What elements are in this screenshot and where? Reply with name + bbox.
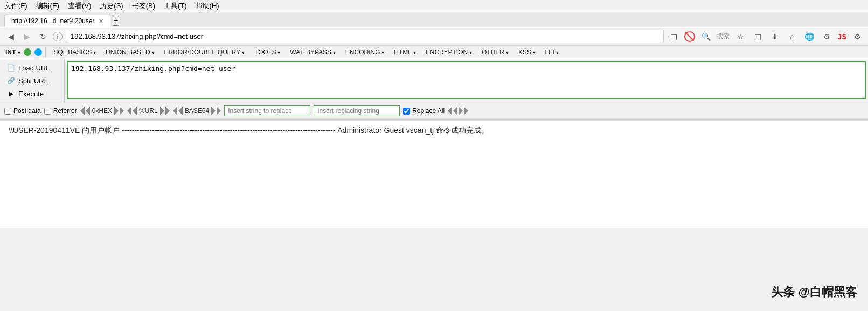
split-url-icon: 🔗: [6, 76, 15, 85]
url-arrow-right-icon: [160, 107, 164, 115]
referrer-checkbox-label[interactable]: Referrer: [44, 107, 77, 115]
url-area: 192.168.93.137/zhixing.php?cmd=net user: [65, 59, 868, 103]
nav-other[interactable]: OTHER: [477, 47, 513, 58]
tab-label: http://192.16...d=net%20user: [11, 17, 94, 25]
hackbar-sidebar: 📄 Load URL 🔗 Split URL ▶ Execute: [0, 59, 65, 103]
int-section: INT ▾: [2, 47, 46, 57]
menu-file[interactable]: 文件(F): [4, 1, 27, 11]
hex-arrow-right-icon: [114, 107, 119, 115]
hex-arrow-right2-icon: [120, 107, 124, 115]
url-textarea[interactable]: 192.168.93.137/zhixing.php?cmd=net user: [67, 61, 866, 99]
page-icon[interactable]: ▤: [667, 30, 680, 43]
nav-error-double[interactable]: ERROR/DOUBLE QUERY: [160, 47, 249, 58]
nav-xss[interactable]: XSS: [514, 47, 540, 58]
url-encode-label: %URL: [138, 107, 159, 115]
settings-icon[interactable]: ⚙: [820, 30, 833, 43]
load-url-icon: 📄: [6, 63, 15, 72]
referrer-checkbox[interactable]: [44, 108, 51, 115]
url-encode-group: %URL: [127, 107, 170, 115]
url-arrow-left2-icon: [133, 107, 137, 115]
output-text: \\USER-20190411VE 的用户帐户 ----------------…: [9, 126, 859, 136]
menu-bar: 文件(F) 编辑(E) 查看(V) 历史(S) 书签(B) 工具(T) 帮助(H…: [0, 0, 868, 12]
reload-button[interactable]: ↻: [37, 30, 50, 43]
address-bar-row: ◀ ▶ ↻ i ▤ 🔍 搜索 ☆ ▤ ⬇ ⌂ 🌐 ⚙ JS ⚙: [0, 27, 868, 46]
nav-sql-basics[interactable]: SQL BASICS: [49, 47, 100, 58]
split-url-button[interactable]: 🔗 Split URL: [4, 75, 60, 86]
nav-union-based[interactable]: UNION BASED: [101, 47, 158, 58]
tab-bar: http://192.16...d=net%20user ✕ +: [0, 12, 868, 27]
url-arrow-right2-icon: [165, 107, 170, 115]
menu-tools[interactable]: 工具(T): [164, 1, 187, 11]
b64-arrow-left2-icon: [178, 107, 183, 115]
toolbar-icons: ▤ 🔍 搜索 ☆ ▤ ⬇ ⌂ 🌐 ⚙ JS ⚙: [667, 30, 864, 43]
execute-icon: ▶: [6, 89, 15, 98]
b64-arrow-right2-icon: [217, 107, 221, 115]
menu-edit[interactable]: 编辑(E): [36, 1, 59, 11]
replace-arrow-left2-icon: [453, 107, 457, 115]
search-label: 搜索: [717, 32, 730, 41]
nav-html[interactable]: HTML: [390, 47, 420, 58]
nav-lfi[interactable]: LFI: [541, 47, 563, 58]
replace-with-input[interactable]: [314, 105, 400, 116]
b64-arrow-left-icon: [173, 107, 177, 115]
hackbar-main-area: 📄 Load URL 🔗 Split URL ▶ Execute 192.168…: [0, 59, 868, 103]
nav-encoding[interactable]: ENCODING: [341, 47, 388, 58]
bottom-toolbar: Post data Referrer 0xHEX %URL BASE64: [0, 103, 868, 119]
hex-label: 0xHEX: [91, 107, 113, 115]
replace-all-label[interactable]: Replace All: [403, 107, 445, 115]
post-data-checkbox[interactable]: [4, 108, 11, 115]
load-url-label: Load URL: [18, 64, 50, 72]
active-tab[interactable]: http://192.16...d=net%20user ✕: [4, 15, 110, 27]
menu-help[interactable]: 帮助(H): [196, 1, 219, 11]
nav-waf-bypass[interactable]: WAF BYPASS: [286, 47, 339, 58]
int-label: INT: [5, 48, 16, 56]
int-arrow-down[interactable]: ▾: [18, 50, 20, 55]
search-icon[interactable]: 🔍: [699, 30, 712, 43]
execute-label: Execute: [18, 90, 44, 98]
replace-arrow-group: [448, 107, 468, 115]
js-badge: JS: [837, 32, 846, 41]
bookmark-star-icon[interactable]: ☆: [734, 30, 747, 43]
download-icon[interactable]: ⬇: [768, 30, 781, 43]
tab-close-button[interactable]: ✕: [99, 18, 103, 25]
url-arrow-left-icon: [127, 107, 131, 115]
info-icon[interactable]: i: [53, 32, 63, 41]
no-script-icon: [684, 31, 695, 42]
new-tab-button[interactable]: +: [113, 16, 119, 26]
content-area: \\USER-20190411VE 的用户帐户 ----------------…: [0, 120, 868, 228]
replace-arrow-right2-icon: [464, 107, 468, 115]
post-data-label: Post data: [13, 107, 41, 115]
hex-arrow-left2-icon: [86, 107, 90, 115]
load-url-button[interactable]: 📄 Load URL: [4, 62, 60, 73]
address-input[interactable]: [66, 30, 664, 43]
replace-all-checkbox[interactable]: [403, 108, 410, 115]
menu-bookmarks[interactable]: 书签(B): [132, 1, 155, 11]
nav-encryption[interactable]: ENCRYPTION: [421, 47, 476, 58]
back-button[interactable]: ◀: [4, 30, 17, 43]
nav-tools[interactable]: TOOLS: [250, 47, 284, 58]
base64-encode-group: BASE64: [173, 107, 221, 115]
execute-button[interactable]: ▶ Execute: [4, 88, 60, 99]
menu-view[interactable]: 查看(V): [68, 1, 91, 11]
base64-label: BASE64: [184, 107, 210, 115]
blue-circle-icon: [34, 48, 42, 56]
reader-icon[interactable]: ▤: [751, 30, 764, 43]
replace-all-text: Replace All: [412, 107, 445, 115]
referrer-label: Referrer: [53, 107, 77, 115]
hex-encode-group: 0xHEX: [80, 107, 124, 115]
green-circle-icon: [24, 48, 31, 56]
post-data-checkbox-label[interactable]: Post data: [4, 107, 41, 115]
menu-history[interactable]: 历史(S): [100, 1, 123, 11]
replace-search-input[interactable]: [224, 105, 310, 116]
hackbar: INT ▾ SQL BASICS UNION BASED ERROR/DOUBL…: [0, 46, 868, 120]
forward-button[interactable]: ▶: [20, 30, 33, 43]
home-icon[interactable]: ⌂: [786, 30, 798, 43]
replace-arrow-left-icon: [448, 107, 452, 115]
replace-arrow-right-icon: [459, 107, 463, 115]
hackbar-nav-menu: INT ▾ SQL BASICS UNION BASED ERROR/DOUBL…: [0, 46, 868, 59]
b64-arrow-right-icon: [211, 107, 216, 115]
hex-arrow-left-icon: [80, 107, 85, 115]
split-url-label: Split URL: [18, 77, 48, 85]
overflow-icon[interactable]: ⚙: [851, 30, 864, 43]
globe-icon[interactable]: 🌐: [803, 30, 816, 43]
